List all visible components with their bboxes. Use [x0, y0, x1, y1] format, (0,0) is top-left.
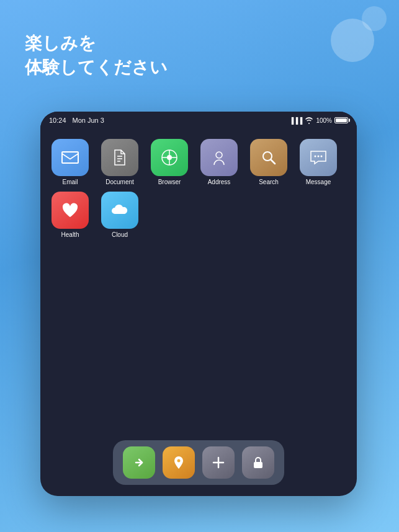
app-health[interactable]: Health [49, 192, 91, 238]
battery-percent: 100% [316, 117, 332, 124]
browser-label: Browser [158, 179, 181, 185]
document-label: Document [105, 179, 134, 185]
cloud-label: Cloud [112, 231, 128, 238]
app-row-2: Health Cloud [49, 192, 348, 238]
browser-icon [151, 139, 188, 176]
message-label: Message [306, 179, 331, 185]
wifi-icon [305, 117, 313, 124]
title-line1: 楽しみを [25, 33, 96, 53]
svg-point-10 [177, 459, 181, 463]
battery-fill [336, 118, 347, 122]
status-left: 10:24 Mon Jun 3 [49, 117, 104, 124]
app-row-1: Email Document Browser Add [49, 139, 348, 185]
app-message[interactable]: Message [297, 139, 339, 185]
app-browser[interactable]: Browser [148, 139, 191, 185]
app-search[interactable]: Search [248, 139, 290, 185]
cloud-icon [101, 192, 138, 229]
health-icon [52, 192, 89, 229]
dock-plus-button[interactable] [202, 446, 235, 479]
svg-point-7 [315, 156, 316, 157]
header-title: 楽しみを 体験してください [25, 31, 168, 79]
title-line2: 体験してください [25, 58, 168, 77]
email-icon [52, 139, 89, 176]
svg-rect-13 [254, 462, 262, 468]
app-cloud[interactable]: Cloud [99, 192, 141, 238]
dock [113, 440, 284, 485]
status-time: 10:24 [49, 117, 66, 124]
app-document[interactable]: Document [99, 139, 141, 185]
svg-point-4 [216, 152, 222, 158]
health-label: Health [61, 231, 79, 238]
signal-icon: ▐▐▐ [289, 117, 302, 124]
svg-point-9 [321, 156, 323, 157]
status-bar: 10:24 Mon Jun 3 ▐▐▐ 100% [40, 112, 357, 129]
document-icon [101, 139, 138, 176]
address-icon [200, 139, 238, 176]
search-label: Search [259, 179, 279, 185]
app-email[interactable]: Email [49, 139, 91, 185]
search-icon [250, 139, 287, 176]
status-date: Mon Jun 3 [73, 117, 104, 124]
svg-point-8 [318, 156, 320, 157]
status-right: ▐▐▐ 100% [289, 117, 348, 124]
email-label: Email [62, 179, 78, 185]
dock-lock-button[interactable] [242, 446, 274, 479]
battery-icon [334, 117, 348, 123]
app-address[interactable]: Address [198, 139, 240, 185]
address-label: Address [208, 179, 231, 185]
message-icon [300, 139, 337, 176]
device-frame: 10:24 Mon Jun 3 ▐▐▐ 100% Email [40, 112, 357, 496]
decorative-bubble-small [362, 6, 387, 31]
dock-map-button[interactable] [163, 446, 195, 479]
header-section: 楽しみを 体験してください [25, 31, 168, 79]
svg-line-6 [271, 160, 276, 164]
dock-arrow-button[interactable] [123, 446, 155, 479]
